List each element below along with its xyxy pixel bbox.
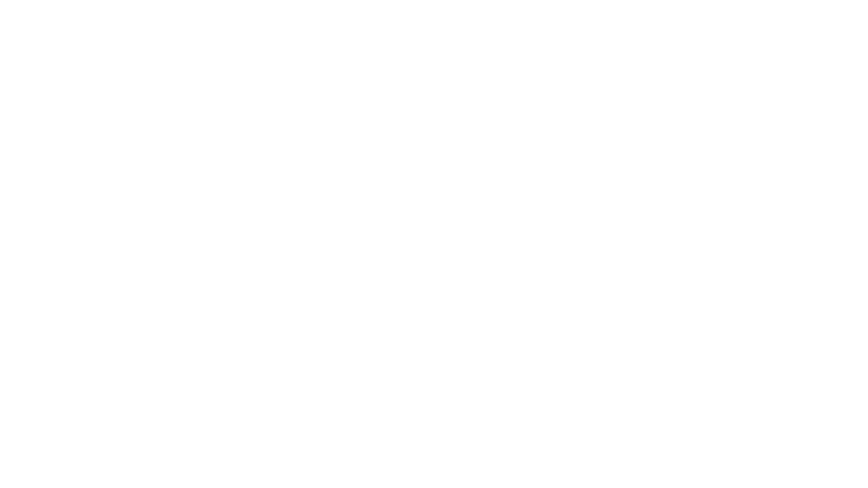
mindmap-canvas[interactable] (0, 0, 868, 488)
edge-layer (0, 0, 868, 488)
